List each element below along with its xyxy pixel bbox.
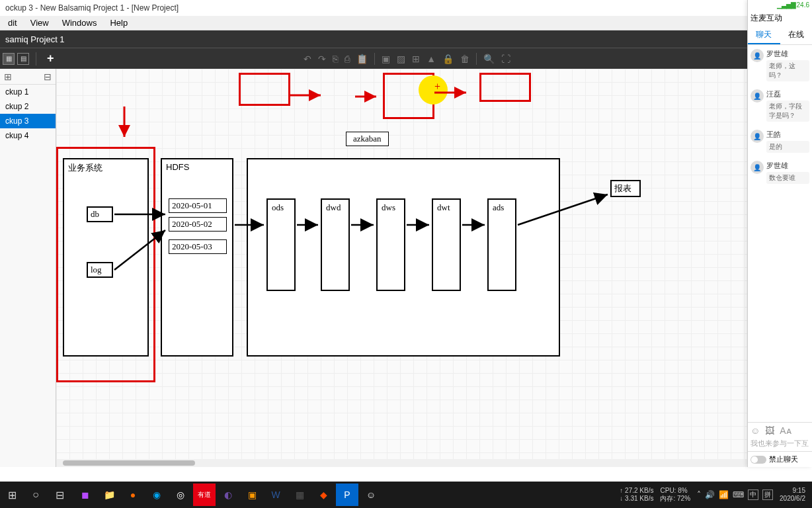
- stage-dwd[interactable]: dwd: [321, 198, 350, 291]
- window-title: ockup 3 - New Balsamiq Project 1 - [New …: [5, 3, 179, 13]
- cortana-icon[interactable]: ○: [26, 486, 45, 504]
- volume-icon[interactable]: 🔊: [705, 490, 715, 499]
- date-3[interactable]: 2020-05-03: [169, 239, 227, 254]
- chat-message: 👤 王皓是的: [748, 126, 812, 157]
- redo-icon[interactable]: ↷: [318, 54, 326, 64]
- highlight-circle: [419, 75, 448, 105]
- keyboard-icon[interactable]: ⌨: [733, 490, 744, 499]
- app-youdao-icon[interactable]: 有道: [193, 484, 216, 506]
- menu-edit[interactable]: dit: [3, 17, 22, 29]
- db-box[interactable]: db: [87, 206, 113, 222]
- trash-icon[interactable]: 🗑: [460, 54, 469, 64]
- chat-tab-online[interactable]: 在线: [780, 26, 813, 44]
- app-firefox-icon[interactable]: ●: [122, 484, 144, 506]
- view-list-icon[interactable]: ▤: [17, 53, 29, 65]
- app-intellij-icon[interactable]: ◼: [74, 484, 97, 506]
- menu-windows[interactable]: Windows: [57, 17, 102, 29]
- sidebar-expand-icon[interactable]: ⊞: [4, 71, 12, 82]
- signal-icon: ▁▃▅▇: [777, 1, 795, 9]
- sidebar-item-mockup1[interactable]: ckup 1: [0, 85, 56, 99]
- font-icon[interactable]: Aᴀ: [780, 425, 791, 436]
- undo-icon[interactable]: ↶: [304, 54, 311, 64]
- wifi-icon[interactable]: 📶: [719, 490, 729, 499]
- app-smile-icon[interactable]: ☺: [360, 484, 382, 506]
- chat-title: 连麦互动: [748, 10, 812, 26]
- avatar-icon: 👤: [751, 89, 764, 103]
- stage-ods[interactable]: ods: [266, 198, 296, 291]
- hdfs-box[interactable]: HDFS: [161, 158, 233, 357]
- clock[interactable]: 9:152020/6/2: [780, 487, 805, 503]
- app-eclipse-icon[interactable]: ◐: [217, 484, 239, 506]
- chat-message: 👤 罗世雄数仓要谁: [748, 157, 812, 188]
- group-icon[interactable]: ▣: [382, 54, 390, 64]
- ungroup-icon[interactable]: ▨: [397, 54, 405, 64]
- chat-message: 👤 罗世雄老师，这吗？: [748, 45, 812, 85]
- fullscreen-icon[interactable]: ⛶: [501, 54, 510, 64]
- annotation-box-3: [479, 73, 531, 102]
- chat-input-area: ☺ 🖼 Aᴀ 我也来参与一下互: [748, 422, 812, 451]
- menu-bar: dit View Windows Help: [0, 16, 812, 30]
- taskview-icon[interactable]: ⊟: [50, 486, 69, 504]
- log-box[interactable]: log: [87, 262, 113, 278]
- window-titlebar: ockup 3 - New Balsamiq Project 1 - [New …: [0, 0, 812, 16]
- chat-message: 👤 汪磊老师，字段字是吗？: [748, 85, 812, 126]
- signal-value: 24.6: [797, 1, 809, 9]
- align-icon[interactable]: ⊞: [412, 54, 420, 64]
- avatar-icon: 👤: [751, 49, 764, 62]
- sidebar-item-mockup4[interactable]: ckup 4: [0, 128, 56, 143]
- image-icon[interactable]: 🖼: [765, 425, 774, 436]
- stage-dwt[interactable]: dwt: [432, 198, 461, 291]
- taskbar: ⊞ ○ ⊟ ◼ 📁 ● ◉ ◎ 有道 ◐ ▣ W ▦ ◆ P ☺ ↑ 27.2 …: [0, 482, 812, 508]
- mockup-sidebar: ⊞ ⊟ ckup 1 ckup 2 ckup 3 ckup 4: [0, 69, 56, 467]
- view-grid-icon[interactable]: ▦: [3, 53, 15, 65]
- report-box[interactable]: 报表: [610, 180, 641, 197]
- app-p-icon[interactable]: P: [336, 484, 358, 506]
- toolbar: ▦ ▤ + ↶ ↷ ⎘ ⎙ 📋 ▣ ▨ ⊞ ▲ 🔒 🗑 🔍 ⛶ 🔍 Quick …: [0, 48, 812, 69]
- menu-view[interactable]: View: [25, 17, 54, 29]
- app-chrome-icon[interactable]: ◎: [169, 484, 192, 506]
- mute-label: 禁止聊天: [769, 454, 798, 464]
- avatar-icon: 👤: [751, 161, 764, 174]
- clipboard-icon[interactable]: 📋: [356, 54, 368, 64]
- mute-toggle[interactable]: [751, 456, 766, 464]
- sidebar-collapse-icon[interactable]: ⊟: [44, 71, 52, 82]
- app-vm-icon[interactable]: ▦: [288, 484, 311, 506]
- zoom-icon[interactable]: 🔍: [483, 54, 495, 64]
- chat-input[interactable]: 我也来参与一下互: [751, 439, 809, 448]
- add-mockup-button[interactable]: +: [43, 52, 58, 65]
- sidebar-item-mockup3[interactable]: ckup 3: [0, 114, 56, 128]
- sidebar-item-mockup2[interactable]: ckup 2: [0, 99, 56, 114]
- chat-tab-chat[interactable]: 聊天: [748, 26, 780, 44]
- canvas-area[interactable]: + azkaban 业务系统 db log HDFS 2020-05-01 20…: [56, 69, 759, 467]
- project-header: samiq Project 1: [0, 30, 812, 48]
- avatar-icon: 👤: [751, 130, 764, 143]
- app-explorer-icon[interactable]: 📁: [98, 484, 120, 506]
- plus-annotation: +: [434, 81, 440, 93]
- start-icon[interactable]: ⊞: [3, 486, 21, 504]
- project-title: samiq Project 1: [5, 34, 65, 44]
- stage-ads[interactable]: ads: [487, 198, 516, 291]
- chat-messages: 👤 罗世雄老师，这吗？ 👤 汪磊老师，字段字是吗？ 👤 王皓是的 👤 罗世雄数仓…: [748, 45, 812, 422]
- lock-icon[interactable]: 🔒: [442, 54, 454, 64]
- tray-up-icon[interactable]: ˄: [697, 490, 701, 499]
- azkaban-label[interactable]: azkaban: [346, 132, 389, 146]
- sys-stats: CPU: 8%内存: 72%: [660, 487, 690, 503]
- net-stats: ↑ 27.2 KB/s↓ 3.31 KB/s: [620, 487, 653, 503]
- copy-icon[interactable]: ⎘: [333, 54, 338, 64]
- ime-pin[interactable]: 拼: [762, 489, 773, 500]
- app-edge-icon[interactable]: ◉: [145, 484, 168, 506]
- emoji-icon[interactable]: ☺: [751, 425, 760, 436]
- annotation-box-1: [239, 73, 290, 106]
- date-1[interactable]: 2020-05-01: [169, 198, 227, 213]
- app-generic-icon[interactable]: ◆: [312, 484, 335, 506]
- app-sublime-icon[interactable]: ▣: [241, 484, 263, 506]
- menu-help[interactable]: Help: [104, 17, 133, 29]
- date-2[interactable]: 2020-05-02: [169, 217, 227, 232]
- biz-system-box[interactable]: 业务系统: [63, 158, 149, 357]
- app-word-icon[interactable]: W: [264, 484, 287, 506]
- horizontal-scrollbar[interactable]: [56, 459, 751, 467]
- ime-zh[interactable]: 中: [748, 489, 758, 500]
- stage-dws[interactable]: dws: [376, 198, 405, 291]
- front-icon[interactable]: ▲: [426, 54, 436, 64]
- paste-icon[interactable]: ⎙: [345, 54, 350, 64]
